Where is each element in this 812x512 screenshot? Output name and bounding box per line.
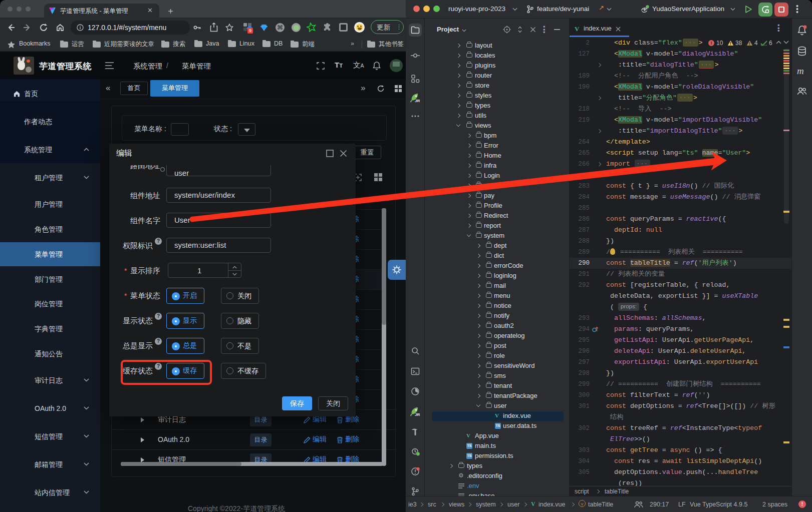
svg-text:JR: JR: [415, 99, 420, 103]
svg-text:JR: JR: [415, 412, 420, 417]
